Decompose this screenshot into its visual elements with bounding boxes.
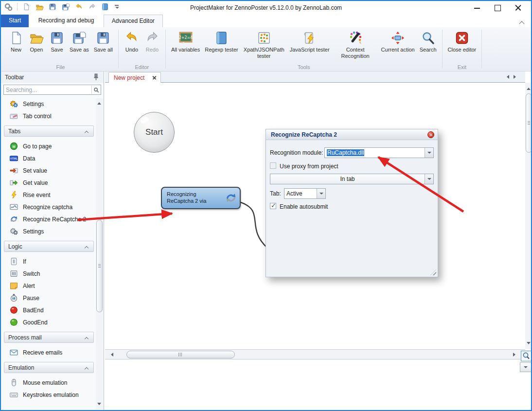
node-grid-icon [257, 31, 271, 45]
tab-new-project[interactable]: New project [108, 72, 161, 83]
toolbar-item-recognize-captcha[interactable]: Recognize captcha [1, 201, 95, 213]
ribbon-collapse-button[interactable] [519, 19, 525, 24]
open-button-ribbon[interactable]: Open [26, 30, 47, 54]
dropdown-arrow-icon[interactable] [425, 148, 433, 158]
save-as-button[interactable] [61, 2, 70, 11]
toolbar-group-process-mail[interactable]: Process mail [4, 332, 94, 343]
globe-icon: w [10, 142, 18, 150]
canvas-zoom-button[interactable] [521, 351, 532, 361]
xpath-jsonpath-tester-button[interactable]: Xpath/JSONPath tester [241, 30, 287, 60]
redo-icon[interactable] [88, 2, 96, 11]
open-button[interactable] [35, 2, 44, 11]
dialog-titlebar[interactable]: Recognize ReCaptcha 2 [266, 129, 438, 140]
toolbar-item-switch[interactable]: Switch [1, 268, 95, 280]
ribbon-separator [442, 30, 443, 69]
scroll-down-icon[interactable] [97, 403, 101, 407]
toolbar-group-emulation[interactable]: Emulation [4, 362, 94, 373]
focus-action-icon [390, 31, 405, 45]
flow-canvas[interactable]: Start Recognizing ReCaptcha 2 via Recogn… [105, 83, 525, 349]
toolbar-item-rise-event[interactable]: Rise event [1, 189, 95, 201]
redo-button[interactable]: Redo [142, 30, 162, 54]
svg-text:w: w [12, 144, 16, 149]
maximize-button[interactable] [487, 1, 508, 14]
scroll-up-icon[interactable] [97, 100, 101, 105]
recognition-module-value[interactable]: RuCaptcha.dll [327, 149, 364, 156]
javascript-tester-button[interactable]: JavaScript tester [287, 30, 332, 54]
ribbon-tab-row: Start Recording and debug Advanced Edito… [1, 15, 531, 27]
save-all-button[interactable]: Save all [91, 30, 115, 54]
recognition-module-combo[interactable]: RuCaptcha.dll [324, 147, 434, 158]
use-proxy-checkbox[interactable] [270, 162, 276, 169]
tab-close-icon[interactable] [152, 75, 157, 80]
tab-combo[interactable]: Active [284, 188, 326, 199]
toolbar-scrollbar[interactable] [96, 98, 103, 409]
all-variables-button[interactable]: 2+2=4 All variables [169, 30, 202, 54]
toolbar-item-pause[interactable]: Pause [1, 292, 95, 304]
toolbar-item-goodend[interactable]: GoodEnd [1, 316, 95, 328]
close-button[interactable] [508, 1, 528, 14]
toolbar-group-logic[interactable]: Logic [4, 241, 94, 252]
toolbar-scrollbar-thumb[interactable] [96, 220, 103, 312]
toolbar-item-settings-2[interactable]: Settings [1, 225, 95, 237]
toolbar-item-badend[interactable]: BadEnd [1, 304, 95, 316]
search-button[interactable]: Search [417, 30, 439, 54]
scroll-tabs-right-icon[interactable] [514, 75, 518, 79]
toolbar-item-recognize-recaptcha-2[interactable]: Recognize ReCaptcha 2 [1, 213, 95, 225]
dropdown-arrow-icon[interactable] [317, 189, 325, 198]
tab-start[interactable]: Start [1, 15, 29, 27]
gears-icon [10, 100, 18, 108]
dialog-resize-grip[interactable] [430, 269, 436, 275]
pin-icon[interactable] [93, 73, 100, 81]
scroll-right-icon[interactable] [513, 353, 517, 357]
tab-combo-value: Active [286, 190, 302, 197]
scroll-tabs-left-icon[interactable] [505, 75, 509, 79]
close-editor-button[interactable]: Close editor [445, 30, 479, 54]
new-button[interactable]: New [6, 30, 26, 54]
toolbar-item-get-value[interactable]: Get value [1, 177, 95, 189]
current-action-button[interactable]: Current action [379, 30, 417, 54]
enable-autosubmit-checkbox[interactable] [270, 203, 276, 209]
new-document-button[interactable] [22, 2, 31, 11]
recaptcha-action-node[interactable]: Recognizing ReCaptcha 2 via [161, 187, 241, 209]
scroll-up-icon[interactable] [527, 86, 531, 90]
save-as-button-ribbon[interactable]: Save as [67, 30, 91, 54]
toolbar-item-keystrokes-emulation[interactable]: Keystrokes emulation [1, 389, 95, 401]
dialog-close-icon[interactable] [427, 131, 434, 138]
undo-button[interactable]: Undo [122, 30, 142, 54]
scroll-down-icon[interactable] [527, 342, 531, 346]
search-icon [421, 31, 435, 45]
toolbar-item-mouse-emulation[interactable]: Mouse emulation [1, 376, 95, 389]
toolbar-search-input[interactable] [6, 86, 84, 94]
toolbar-item-alert[interactable]: Alert [1, 280, 95, 292]
in-tab-combo[interactable]: In tab [270, 174, 434, 184]
toolbar-search-icon[interactable] [91, 86, 100, 94]
mouse-icon [10, 378, 18, 387]
toolbar-item-set-value[interactable]: Set value [1, 164, 95, 177]
toolbar-item-if[interactable]: If [1, 255, 95, 268]
toolbar-group-tabs[interactable]: Tabs [4, 125, 94, 137]
stopwatch-icon [10, 294, 18, 302]
toolbar-item-go-to-page[interactable]: w Go to page [1, 140, 95, 152]
scroll-left-icon[interactable] [109, 353, 113, 357]
tab-advanced-editor[interactable]: Advanced Editor [104, 15, 163, 27]
toolbar-item-data[interactable]: HTML Data [1, 152, 95, 164]
toolbar-item-tab-control[interactable]: Tab control [1, 110, 95, 122]
undo-icon[interactable] [74, 2, 83, 11]
vertical-scrollbar-thumb[interactable] [526, 93, 532, 153]
toolbar-item-settings[interactable]: Settings [1, 98, 95, 110]
regexp-tester-button[interactable]: Regexp tester [202, 30, 240, 54]
horizontal-scrollbar-thumb[interactable] [126, 351, 235, 358]
tab-recording-and-debug[interactable]: Recording and debug [31, 15, 102, 27]
save-button-ribbon[interactable]: Save [47, 30, 67, 54]
app-logo-icon [4, 2, 13, 11]
horizontal-scrollbar[interactable] [105, 349, 525, 359]
minimize-button[interactable] [467, 1, 487, 14]
toolbar-item-recieve-emails[interactable]: Recieve emails [1, 346, 95, 358]
toolbar-item-list: Settings Tab control Tabs w Go to page H… [1, 98, 95, 409]
red-circle-icon [10, 306, 18, 314]
context-recognition-button[interactable]: Context Recognition [332, 30, 379, 60]
dropdown-arrow-icon[interactable] [425, 174, 433, 184]
vertical-scrollbar[interactable] [525, 83, 532, 349]
panel-expand-button[interactable] [520, 362, 532, 372]
save-button[interactable] [48, 2, 57, 11]
